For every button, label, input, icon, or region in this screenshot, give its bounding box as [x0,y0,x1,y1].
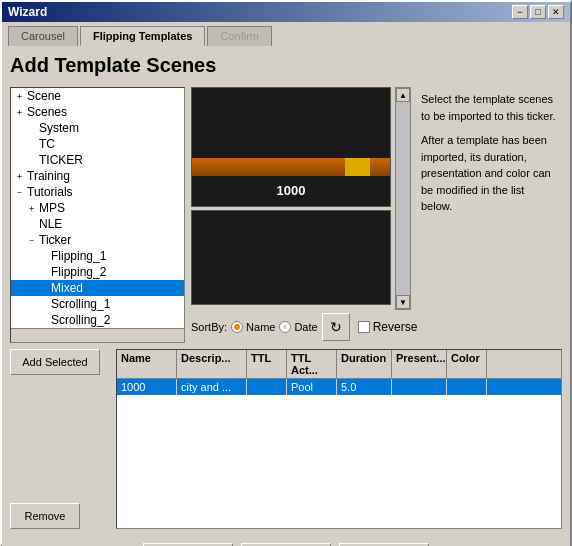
tree-item-tutorials[interactable]: － Tutorials [11,184,184,200]
table-row[interactable]: 1000 city and ... Pool 5.0 [117,379,561,395]
tab-carousel[interactable]: Carousel [8,26,78,46]
expand-icon [39,299,49,309]
radio-name-dot[interactable] [231,321,243,333]
reverse-label: Reverse [373,320,418,334]
tree-item-flipping1[interactable]: Flipping_1 [11,248,184,264]
expand-icon [27,219,37,229]
td-pres [392,379,447,395]
td-ttlact: Pool [287,379,337,395]
window-title: Wizard [8,5,47,19]
expand-icon: ＋ [15,170,25,183]
tree-item-system[interactable]: System [11,120,184,136]
th-present: Present... [392,350,447,378]
reverse-row: Reverse [358,320,418,334]
add-btn-col: Add Selected Remove [10,349,110,529]
title-bar: Wizard − □ ✕ [2,2,570,22]
preview-images: 1000 [191,87,395,310]
tabs-bar: Carousel Flipping Templates Confirm [2,22,570,46]
expand-icon: ＋ [15,106,25,119]
footer-row: Cancel < Back Next > [10,535,562,546]
add-selected-button[interactable]: Add Selected [10,349,100,375]
tree-item-scrolling2[interactable]: Scrolling_2 [11,312,184,328]
th-desc: Descrip... [177,350,247,378]
tree-horizontal-scrollbar[interactable] [11,328,184,342]
content-area: Add Template Scenes ＋ Scene ＋ Scenes Sys… [2,46,570,546]
td-ttl [247,379,287,395]
tree-label: System [39,121,79,135]
maximize-button[interactable]: □ [530,5,546,19]
reverse-checkbox[interactable] [358,321,370,333]
scroll-up-arrow[interactable]: ▲ [396,88,410,102]
expand-icon [39,267,49,277]
yellow-accent [345,158,370,176]
tree-label: Scenes [27,105,67,119]
th-ttl: TTL [247,350,287,378]
expand-icon: ＋ [27,202,37,215]
expand-icon [39,251,49,261]
th-duration: Duration [337,350,392,378]
expand-icon [27,139,37,149]
tree-label: Flipping_2 [51,265,106,279]
expand-icon [27,123,37,133]
tree-label: NLE [39,217,62,231]
tab-confirm: Confirm [207,26,272,46]
tree-item-mixed[interactable]: Mixed [11,280,184,296]
expand-icon [39,315,49,325]
tree-label: Ticker [39,233,71,247]
preview-description-row: 1000 ▲ ▼ [191,87,562,310]
scroll-down-arrow[interactable]: ▼ [396,295,410,309]
td-dur: 5.0 [337,379,392,395]
td-color [447,379,487,395]
tree-item-ticker[interactable]: TICKER [11,152,184,168]
reverse-option[interactable]: Reverse [358,320,418,334]
table-body[interactable]: 1000 city and ... Pool 5.0 [117,379,561,528]
expand-icon [39,283,49,293]
tree-label: Flipping_1 [51,249,106,263]
tree-item-nle[interactable]: NLE [11,216,184,232]
bottom-section: Add Selected Remove Name Descrip... TTL … [10,349,562,529]
tree-item-scene[interactable]: ＋ Scene [11,88,184,104]
tree-item-scenes[interactable]: ＋ Scenes [11,104,184,120]
tree-label: Scene [27,89,61,103]
remove-button[interactable]: Remove [10,503,80,529]
tree-scroll[interactable]: ＋ Scene ＋ Scenes System TC [11,88,184,328]
expand-icon: ＋ [15,90,25,103]
tree-item-training[interactable]: ＋ Training [11,168,184,184]
description-panel: Select the template scenes to be importe… [415,87,562,310]
minimize-button[interactable]: − [512,5,528,19]
preview-label-1: 1000 [277,183,306,198]
refresh-button[interactable]: ↻ [322,313,350,341]
th-color: Color [447,350,487,378]
sortby-label: SortBy: [191,321,227,333]
preview-area: 1000 ▲ ▼ [191,87,411,310]
close-button[interactable]: ✕ [548,5,564,19]
radio-date-label: Date [294,321,317,333]
table-header: Name Descrip... TTL TTL Act... Duration … [117,350,561,379]
tree-label: Scrolling_2 [51,313,110,327]
tree-item-flipping2[interactable]: Flipping_2 [11,264,184,280]
tree-item-mps[interactable]: ＋ MPS [11,200,184,216]
expand-icon [27,155,37,165]
radio-date-option[interactable]: Date [279,321,317,333]
preview-image-1: 1000 [191,87,391,207]
radio-name-option[interactable]: Name [231,321,275,333]
tree-panel: ＋ Scene ＋ Scenes System TC [10,87,185,343]
expand-icon: － [15,186,25,199]
tree-label: MPS [39,201,65,215]
right-panel: 1000 ▲ ▼ [191,87,562,343]
th-name: Name [117,350,177,378]
page-title: Add Template Scenes [10,54,562,77]
tree-label: Scrolling_1 [51,297,110,311]
radio-date-dot[interactable] [279,321,291,333]
td-name: 1000 [117,379,177,395]
scrollbar-track[interactable] [396,102,410,295]
tab-flipping-templates[interactable]: Flipping Templates [80,26,205,46]
tree-item-ticker-sub[interactable]: － Ticker [11,232,184,248]
preview-image-2 [191,210,391,305]
tree-item-tc[interactable]: TC [11,136,184,152]
sortby-row: SortBy: Name Date ↻ Reverse [191,310,562,343]
description-text-2: After a template has been imported, its … [421,132,556,215]
wizard-window: Wizard − □ ✕ Carousel Flipping Templates… [0,0,572,546]
tree-item-scrolling1[interactable]: Scrolling_1 [11,296,184,312]
preview-scrollbar: ▲ ▼ [395,87,411,310]
